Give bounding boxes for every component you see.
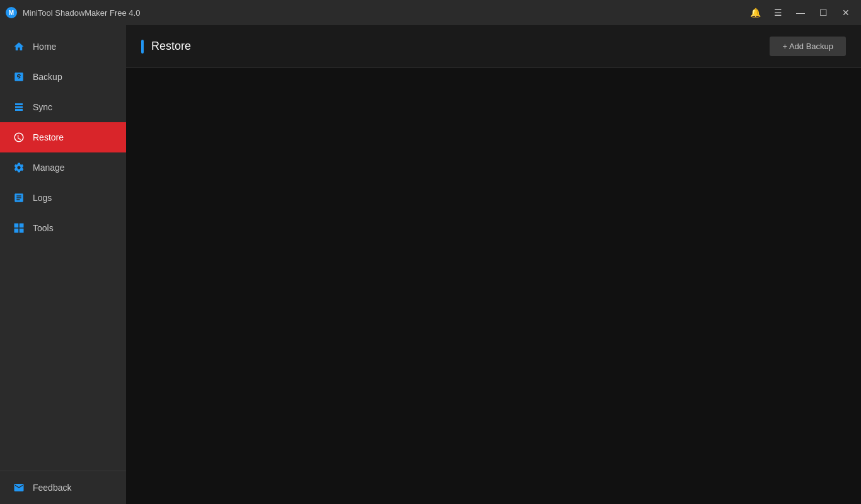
sidebar-logs-label: Logs — [33, 193, 52, 203]
restore-icon — [13, 131, 25, 144]
logs-icon — [13, 192, 25, 204]
notification-button[interactable]: 🔔 — [745, 4, 765, 21]
add-backup-button[interactable]: + Add Backup — [770, 37, 846, 56]
home-icon — [13, 40, 25, 53]
backup-icon — [13, 71, 25, 83]
sidebar-home-label: Home — [33, 42, 56, 52]
notification-icon: 🔔 — [750, 8, 761, 18]
sidebar-footer: Feedback — [0, 471, 126, 504]
sidebar-item-restore[interactable]: Restore — [0, 122, 126, 152]
page-title: Restore — [151, 40, 191, 53]
sidebar-item-manage[interactable]: Manage — [0, 152, 126, 183]
sidebar: Home Backup Sync — [0, 25, 126, 504]
content-header: Restore + Add Backup — [126, 25, 861, 68]
page-title-container: Restore — [141, 40, 191, 54]
page-title-accent-bar — [141, 40, 144, 54]
sidebar-tools-label: Tools — [33, 223, 54, 233]
sidebar-nav: Home Backup Sync — [0, 25, 126, 471]
feedback-icon — [13, 481, 25, 494]
app-title: MiniTool ShadowMaker Free 4.0 — [23, 8, 140, 18]
sidebar-item-backup[interactable]: Backup — [0, 62, 126, 92]
sidebar-item-home[interactable]: Home — [0, 32, 126, 62]
content-area: Restore + Add Backup — [126, 25, 861, 504]
title-bar-left: M MiniTool ShadowMaker Free 4.0 — [5, 6, 140, 19]
menu-button[interactable]: ☰ — [768, 4, 788, 21]
feedback-button[interactable]: Feedback — [13, 481, 113, 494]
title-bar: M MiniTool ShadowMaker Free 4.0 🔔 ☰ — ☐ … — [0, 0, 861, 25]
app-logo-icon: M — [5, 6, 18, 19]
sidebar-item-logs[interactable]: Logs — [0, 183, 126, 213]
tools-icon — [13, 222, 25, 234]
svg-text:M: M — [9, 9, 14, 16]
manage-icon — [13, 161, 25, 174]
sidebar-manage-label: Manage — [33, 163, 65, 173]
sidebar-item-sync[interactable]: Sync — [0, 92, 126, 122]
hamburger-icon: ☰ — [774, 8, 782, 18]
close-button[interactable]: ✕ — [836, 4, 856, 21]
sidebar-sync-label: Sync — [33, 102, 52, 112]
maximize-button[interactable]: ☐ — [813, 4, 833, 21]
sidebar-item-tools[interactable]: Tools — [0, 213, 126, 243]
minimize-button[interactable]: — — [790, 4, 811, 21]
sidebar-restore-label: Restore — [33, 132, 64, 142]
sidebar-backup-label: Backup — [33, 72, 62, 82]
feedback-label: Feedback — [33, 483, 71, 493]
content-body — [126, 68, 861, 504]
main-layout: Home Backup Sync — [0, 25, 861, 504]
title-bar-controls: 🔔 ☰ — ☐ ✕ — [745, 4, 856, 21]
sync-icon — [13, 101, 25, 113]
